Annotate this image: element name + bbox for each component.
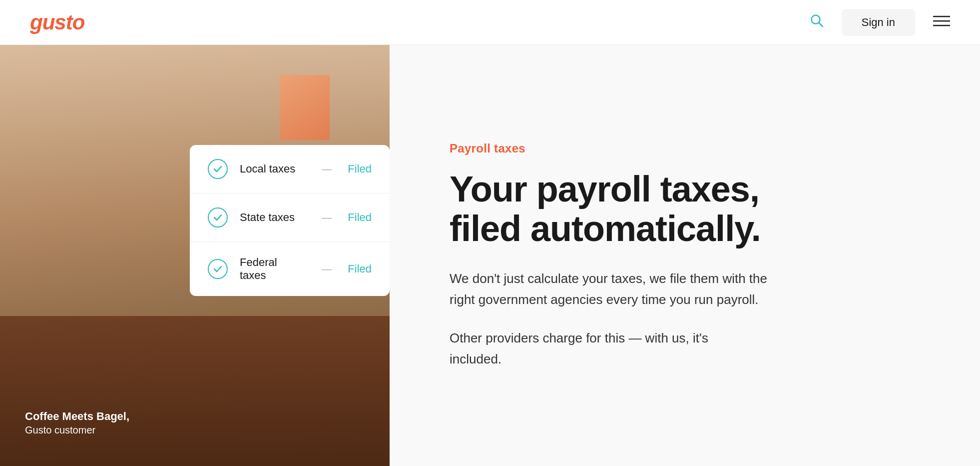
section-body-2: Other providers charge for this — with u…	[450, 328, 749, 370]
image-caption: Coffee Meets Bagel, Gusto customer	[25, 409, 129, 436]
hamburger-menu-icon[interactable]	[933, 14, 950, 30]
headline-line1: Your payroll taxes,	[450, 169, 759, 209]
tax-card-state: State taxes — Filed	[190, 194, 390, 242]
section-body-1: We don't just calculate your taxes, we f…	[450, 268, 789, 310]
tax-card-local: Local taxes — Filed	[190, 145, 390, 194]
tax-card-federal: Federal taxes — Filed	[190, 242, 390, 296]
federal-taxes-status: Filed	[348, 262, 372, 276]
caption-line1: Coffee Meets Bagel,	[25, 409, 129, 424]
check-circle-state	[208, 208, 228, 228]
caption-line2: Gusto customer	[25, 424, 129, 436]
table-surface	[0, 316, 390, 466]
sign-in-button[interactable]: Sign in	[842, 9, 915, 36]
state-taxes-label: State taxes	[240, 211, 306, 224]
local-taxes-status: Filed	[348, 162, 372, 176]
tax-card-container: Local taxes — Filed State taxes — Filed	[190, 145, 390, 296]
main-content: Local taxes — Filed State taxes — Filed	[0, 45, 980, 466]
section-label: Payroll taxes	[450, 142, 920, 156]
state-taxes-dash: —	[322, 212, 332, 224]
check-circle-federal	[208, 259, 228, 279]
check-circle-local	[208, 159, 228, 179]
text-section: Payroll taxes Your payroll taxes, filed …	[390, 45, 980, 466]
wall-poster	[280, 75, 330, 140]
nav-right: Sign in	[810, 9, 950, 36]
state-taxes-status: Filed	[348, 211, 372, 224]
federal-taxes-label: Federal taxes	[240, 256, 306, 282]
image-section: Local taxes — Filed State taxes — Filed	[0, 45, 390, 466]
gusto-logo[interactable]: gusto	[30, 10, 84, 34]
headline-line2: filed automatically.	[450, 208, 761, 248]
search-icon[interactable]	[810, 14, 824, 31]
section-headline: Your payroll taxes, filed automatically.	[450, 170, 920, 248]
navbar: gusto Sign in	[0, 0, 980, 45]
federal-taxes-dash: —	[322, 264, 332, 275]
svg-line-1	[819, 23, 823, 27]
local-taxes-dash: —	[322, 164, 332, 175]
local-taxes-label: Local taxes	[240, 162, 306, 176]
